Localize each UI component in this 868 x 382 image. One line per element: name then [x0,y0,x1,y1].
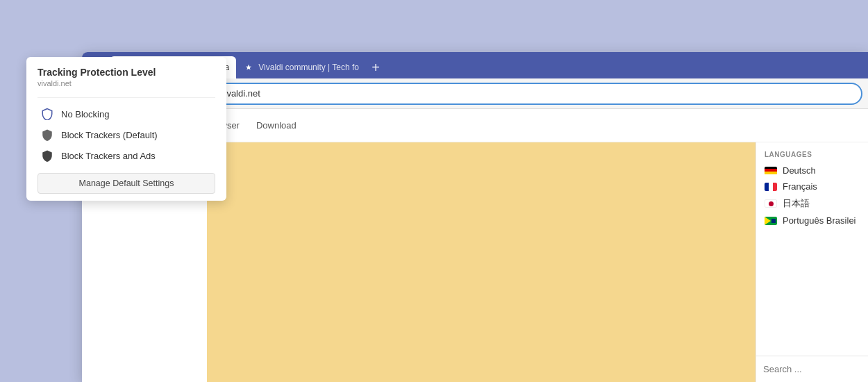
lang-label-ja: 日本語 [783,197,810,210]
option-block-trackers[interactable]: Block Trackers (Default) [37,124,215,145]
manage-default-settings-button[interactable]: Manage Default Settings [37,173,215,194]
tab-favicon-community [243,62,254,73]
tab-vivaldi-community[interactable]: Vivaldi community | Tech fo [236,56,366,78]
address-text: vivaldi.net [220,88,853,99]
new-tab-button[interactable]: + [366,58,385,77]
lang-item-ja[interactable]: 日本語 [765,197,860,210]
option-no-blocking-label: No Blocking [61,109,109,119]
search-box[interactable] [756,356,868,382]
languages-section: LANGUAGES Deutsch [756,142,868,240]
lang-item-pt-br[interactable]: Português Brasilei [765,215,860,226]
lang-label-de: Deutsch [783,165,816,176]
option-block-trackers-ads-label: Block Trackers and Ads [61,151,156,161]
shield-dark-icon [40,149,54,163]
address-bar[interactable]: 🔒 vivaldi.net [182,83,862,105]
flag-fr [765,183,777,191]
lang-item-de[interactable]: Deutsch [765,165,860,176]
flag-br [765,217,777,225]
languages-title: LANGUAGES [765,151,860,158]
shield-filled-icon [40,128,54,142]
popup-divider [37,97,215,98]
option-no-blocking[interactable]: No Blocking [37,103,215,124]
option-block-trackers-ads[interactable]: Block Trackers and Ads [37,145,215,166]
tracking-protection-popup: Tracking Protection Level vivaldi.net No… [26,57,226,201]
site-nav-download[interactable]: Download [256,120,297,131]
tab-label-community: Vivaldi community | Tech fo [258,63,359,72]
option-block-trackers-label: Block Trackers (Default) [61,130,158,140]
popup-subtitle: vivaldi.net [37,79,215,88]
flag-de [765,167,777,175]
lang-label-pt-br: Português Brasilei [783,215,856,226]
search-input[interactable] [763,364,868,374]
flag-jp [765,199,777,208]
shield-outline-icon [40,107,54,121]
popup-title: Tracking Protection Level [37,67,215,78]
lang-label-fr: Français [783,181,817,192]
lang-item-fr[interactable]: Français [765,181,860,192]
right-panel: LANGUAGES Deutsch [756,142,868,382]
